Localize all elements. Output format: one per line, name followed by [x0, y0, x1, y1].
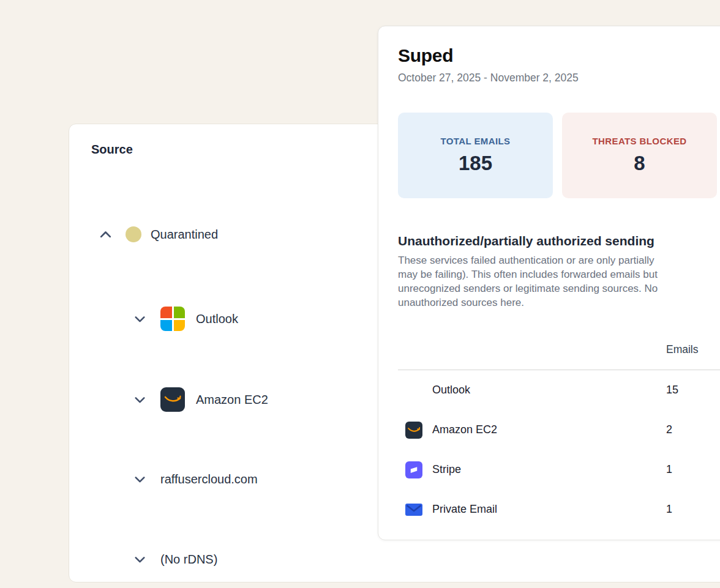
table-row-private-email: Private Email 1	[398, 489, 720, 529]
emails-column-header: Emails	[666, 343, 699, 356]
stats-row: TOTAL EMAILS 185 THREATS BLOCKED 8	[398, 113, 720, 198]
tree-item-label: Outlook	[196, 312, 238, 326]
service-name: Private Email	[432, 503, 497, 516]
stat-value: 8	[634, 152, 645, 175]
report-card: Suped October 27, 2025 - November 2, 202…	[378, 26, 720, 540]
service-name: Amazon EC2	[432, 423, 497, 436]
description-line: These services failed authentication or …	[398, 253, 720, 267]
stripe-logo-icon	[405, 461, 422, 478]
stat-label: TOTAL EMAILS	[441, 136, 511, 146]
emails-count: 2	[666, 423, 672, 436]
description-line: may be failing). This often includes for…	[398, 267, 720, 281]
emails-count: 15	[666, 384, 678, 396]
table-row-stripe: Stripe 1	[398, 450, 720, 489]
chevron-down-icon[interactable]	[132, 472, 148, 487]
tree-item-quarantined[interactable]: Quarantined	[97, 221, 218, 248]
description-line: unauthorized sources here.	[398, 296, 720, 310]
emails-count: 1	[666, 503, 672, 516]
chevron-down-icon[interactable]	[132, 392, 148, 408]
senders-table: Emails Outlook 15 Amazon EC2 2 Stripe 1	[398, 319, 720, 529]
table-row-outlook: Outlook 15	[398, 370, 720, 410]
description-line: unrecognized senders or legitimate sendi…	[398, 281, 720, 296]
microsoft-logo-icon	[160, 307, 185, 331]
chevron-down-icon[interactable]	[132, 552, 148, 567]
tree-item-raffusercloud[interactable]: raffusercloud.com	[132, 466, 258, 493]
table-row-amazon-ec2: Amazon EC2 2	[398, 410, 720, 450]
stat-total-emails: TOTAL EMAILS 185	[398, 113, 553, 198]
stat-threats-blocked: THREATS BLOCKED 8	[562, 113, 717, 198]
stat-value: 185	[459, 152, 492, 175]
emails-count: 1	[666, 463, 672, 476]
tree-item-outlook[interactable]: Outlook	[132, 305, 238, 332]
amazon-logo-icon	[405, 422, 422, 439]
stat-label: THREATS BLOCKED	[592, 136, 686, 146]
chevron-down-icon[interactable]	[132, 311, 148, 327]
source-panel-title: Source	[91, 143, 133, 157]
chevron-up-icon[interactable]	[97, 226, 114, 243]
quarantined-dot-icon	[126, 226, 141, 242]
amazon-logo-icon	[160, 387, 185, 412]
service-name: Outlook	[432, 384, 470, 396]
service-name: Stripe	[432, 463, 461, 476]
envelope-icon	[405, 502, 422, 517]
report-date-range: October 27, 2025 - November 2, 2025	[398, 72, 720, 84]
section-heading: Unauthorized/partially authorized sendin…	[398, 234, 720, 248]
report-title: Suped	[398, 45, 720, 66]
section-description: These services failed authentication or …	[398, 253, 720, 310]
tree-item-label: Amazon EC2	[196, 393, 268, 407]
microsoft-logo-icon	[405, 382, 422, 399]
tree-item-label: Quarantined	[151, 228, 218, 242]
tree-item-label: (No rDNS)	[160, 553, 217, 567]
tree-item-amazon-ec2[interactable]: Amazon EC2	[132, 386, 268, 413]
tree-item-label: raffusercloud.com	[160, 472, 258, 486]
tree-item-no-rdns[interactable]: (No rDNS)	[132, 546, 217, 573]
table-header-row: Emails	[398, 319, 720, 370]
